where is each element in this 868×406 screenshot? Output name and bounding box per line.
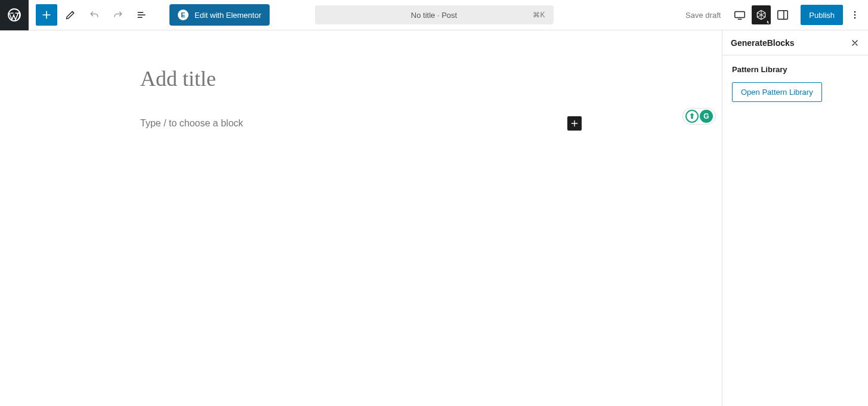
settings-sidebar-button[interactable] [773,5,792,24]
svg-point-3 [854,11,856,13]
post-content: Add title Type / to choose a block [140,30,582,131]
floating-badges: ⬆ G [682,108,716,125]
document-overview-button[interactable] [131,4,153,26]
generateblocks-panel-button[interactable] [752,5,771,24]
close-icon [850,38,860,48]
block-inserter-button[interactable] [36,4,57,26]
sidebar-icon [776,8,789,21]
open-pattern-library-button[interactable]: Open Pattern Library [732,82,822,102]
kebab-icon [849,9,861,21]
pattern-library-section-title: Pattern Library [732,65,858,74]
tools-button[interactable] [60,4,81,26]
desktop-icon [733,8,746,21]
toolbar-left-group: E Edit with Elementor [29,4,270,26]
sidebar-header: GenerateBlocks [722,30,868,55]
edit-with-elementor-button[interactable]: E Edit with Elementor [169,4,270,26]
svg-rect-2 [778,11,788,20]
wordpress-logo[interactable] [0,0,29,30]
save-draft-button[interactable]: Save draft [678,4,728,26]
top-toolbar: E Edit with Elementor No title · Post ⌘K… [0,0,868,30]
svg-point-5 [854,17,856,19]
undo-button[interactable] [84,4,105,26]
elementor-icon: E [178,10,189,20]
publish-button[interactable]: Publish [801,5,843,25]
sidebar-title: GenerateBlocks [731,38,795,48]
default-block-appender: Type / to choose a block [140,116,582,131]
editor-canvas: ⬆ G Add title Type / to choose a block [0,30,722,406]
grammarly-badge-icon[interactable]: G [700,110,713,123]
document-title: No title · Post [411,11,457,20]
body-area: ⬆ G Add title Type / to choose a block G… [0,30,868,406]
post-title-input[interactable]: Add title [140,66,582,96]
add-block-button[interactable] [567,116,582,131]
block-placeholder-text[interactable]: Type / to choose a block [140,118,243,129]
redo-button[interactable] [107,4,129,26]
wordpress-icon [7,8,21,22]
toolbar-right-group: Save draft Publish [678,4,868,26]
list-icon [136,9,148,21]
view-button[interactable] [730,5,749,24]
document-bar[interactable]: No title · Post ⌘K [315,5,554,24]
generateblocks-icon [755,9,767,21]
assistant-badge-icon[interactable]: ⬆ [685,110,699,123]
undo-icon [88,9,100,21]
generateblocks-sidebar: GenerateBlocks Pattern Library Open Patt… [722,30,868,406]
svg-rect-1 [735,12,745,18]
pencil-icon [64,9,76,21]
elementor-label: Edit with Elementor [194,11,261,20]
redo-icon [112,9,124,21]
sidebar-body: Pattern Library Open Pattern Library [722,55,868,111]
svg-point-4 [854,14,856,16]
plus-icon [41,9,52,21]
plus-icon [570,119,579,128]
options-menu-button[interactable] [845,5,864,24]
command-shortcut: ⌘K [533,11,545,19]
close-sidebar-button[interactable] [850,38,860,48]
